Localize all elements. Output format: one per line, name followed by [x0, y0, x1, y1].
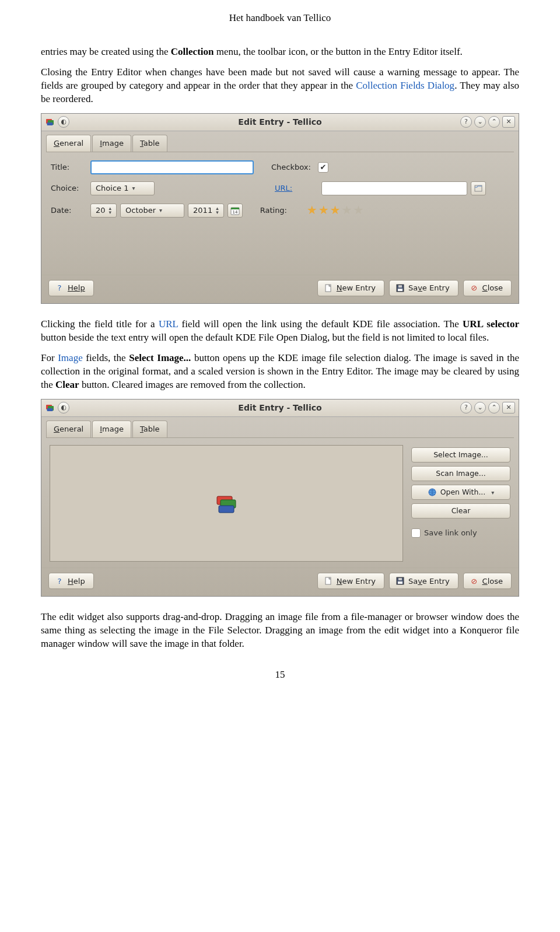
label-title: Title:: [51, 162, 90, 173]
select-image-label: Select Image...: [433, 450, 488, 460]
document-icon: [324, 576, 333, 586]
paragraph-4: For Image fields, the Select Image... bu…: [41, 352, 519, 392]
form-area: Title: Checkbox: ✔ Choice: Choice 1 ▾ UR…: [41, 152, 519, 275]
date-day-value: 20: [96, 205, 106, 216]
help-button[interactable]: ? Help: [48, 280, 94, 296]
window-menu-button[interactable]: ◐: [58, 402, 69, 414]
app-icon: [45, 402, 55, 413]
label-choice: Choice:: [51, 183, 90, 194]
help-button[interactable]: ? Help: [48, 573, 94, 589]
tab-table[interactable]: Table: [132, 135, 167, 152]
text: field will open the link using the defau…: [178, 318, 463, 330]
new-entry-button[interactable]: New Entry: [317, 280, 384, 296]
tab-bar: General Image Table: [41, 417, 519, 438]
star-icon: ★: [307, 202, 317, 218]
text: For: [41, 352, 58, 363]
date-day-spin[interactable]: 20 ▴▾: [90, 204, 117, 218]
label-rating: Rating:: [260, 205, 307, 216]
image-area: Select Image... Scan Image... Open With.…: [41, 438, 519, 567]
rating-input[interactable]: ★ ★ ★ ★ ★: [307, 202, 364, 218]
calendar-button[interactable]: 14: [228, 204, 243, 218]
choice-select[interactable]: Choice 1 ▾: [90, 181, 155, 195]
label-url[interactable]: URL:: [275, 183, 321, 194]
url-selector-button[interactable]: [471, 181, 486, 195]
save-entry-label: Save Entry: [408, 576, 450, 587]
help-button-icon[interactable]: ?: [460, 116, 472, 128]
text: fields, the: [83, 352, 130, 363]
date-month-value: October: [125, 205, 156, 216]
star-icon: ★: [342, 202, 352, 218]
open-with-button[interactable]: Open With... ▾: [411, 485, 510, 500]
text-bold: URL selector: [463, 318, 519, 330]
floppy-icon: [396, 576, 405, 586]
chevron-down-icon: ▾: [491, 489, 494, 497]
star-icon: ★: [318, 202, 329, 218]
svg-rect-20: [398, 581, 402, 584]
window-title: Edit Entry - Tellico: [41, 117, 519, 128]
spin-arrows-icon: ▴▾: [216, 206, 219, 215]
svg-text:14: 14: [232, 210, 237, 215]
tab-image[interactable]: Image: [92, 421, 131, 438]
globe-icon: [428, 488, 437, 497]
select-image-button[interactable]: Select Image...: [411, 447, 510, 463]
svg-rect-2: [47, 122, 53, 125]
label-checkbox: Checkbox:: [271, 162, 318, 173]
minimize-button[interactable]: ⌄: [474, 116, 486, 128]
help-label: Help: [68, 576, 85, 587]
tab-image[interactable]: Image: [92, 135, 131, 152]
close-label: Close: [482, 283, 503, 293]
svg-rect-5: [231, 208, 239, 209]
checkbox-input[interactable]: ✔: [318, 162, 328, 173]
save-entry-label: Save Entry: [408, 283, 450, 293]
svg-rect-21: [398, 578, 402, 580]
maximize-button[interactable]: ⌃: [488, 116, 500, 128]
page-number: 15: [41, 668, 519, 682]
spin-arrows-icon: ▴▾: [109, 206, 112, 215]
close-icon: ⊘: [470, 576, 479, 586]
screenshot-edit-entry-general: ◐ Edit Entry - Tellico ? ⌄ ⌃ ✕ GGenerale…: [41, 113, 519, 304]
date-year-value: 2011: [193, 205, 212, 216]
maximize-button[interactable]: ⌃: [488, 402, 500, 414]
text-bold: Select Image...: [129, 352, 191, 363]
new-entry-label: New Entry: [337, 283, 376, 293]
link-image[interactable]: Image: [58, 352, 82, 363]
image-buttons: Select Image... Scan Image... Open With.…: [411, 445, 510, 562]
text-bold: Clear: [55, 379, 79, 390]
link-url[interactable]: URL: [159, 318, 178, 330]
date-year-spin[interactable]: 2011 ▴▾: [188, 204, 224, 218]
paragraph-5: The edit widget also supports drag-and-d…: [41, 611, 519, 651]
save-entry-button[interactable]: Save Entry: [389, 573, 459, 589]
tab-general[interactable]: General: [46, 421, 91, 438]
choice-value: Choice 1: [96, 183, 128, 194]
help-button-icon[interactable]: ?: [460, 402, 472, 414]
label-date: Date:: [51, 205, 90, 216]
help-icon: ?: [55, 576, 64, 586]
new-entry-button[interactable]: New Entry: [317, 573, 384, 589]
help-icon: ?: [55, 283, 64, 293]
button-bar: ? Help New Entry Save Entry ⊘ Close: [41, 275, 519, 303]
tab-general[interactable]: GGeneraleneral: [46, 135, 91, 152]
minimize-button[interactable]: ⌄: [474, 402, 486, 414]
close-button[interactable]: ⊘ Close: [463, 280, 512, 296]
clear-button[interactable]: Clear: [411, 503, 510, 518]
window-close-button[interactable]: ✕: [502, 402, 515, 414]
close-button[interactable]: ⊘ Close: [463, 573, 512, 589]
tab-table[interactable]: Table: [132, 421, 167, 438]
save-link-checkbox[interactable]: [411, 528, 421, 538]
save-entry-button[interactable]: Save Entry: [389, 280, 459, 296]
scan-image-button[interactable]: Scan Image...: [411, 466, 510, 481]
url-input[interactable]: [321, 181, 467, 195]
scan-image-label: Scan Image...: [436, 469, 485, 479]
link-collection-fields-dialog[interactable]: Collection Fields Dialog: [356, 80, 454, 91]
floppy-icon: [396, 283, 405, 293]
title-input[interactable]: [90, 160, 254, 174]
app-icon: [45, 117, 55, 127]
window-titlebar: ◐ Edit Entry - Tellico ? ⌄ ⌃ ✕: [41, 114, 519, 131]
window-title: Edit Entry - Tellico: [41, 402, 519, 414]
text: button. Cleared images are removed from …: [79, 379, 306, 390]
image-preview[interactable]: [50, 445, 403, 562]
window-close-button[interactable]: ✕: [502, 116, 515, 128]
window-menu-button[interactable]: ◐: [58, 116, 69, 128]
svg-rect-9: [398, 289, 402, 291]
date-month-select[interactable]: October ▾: [120, 204, 184, 218]
